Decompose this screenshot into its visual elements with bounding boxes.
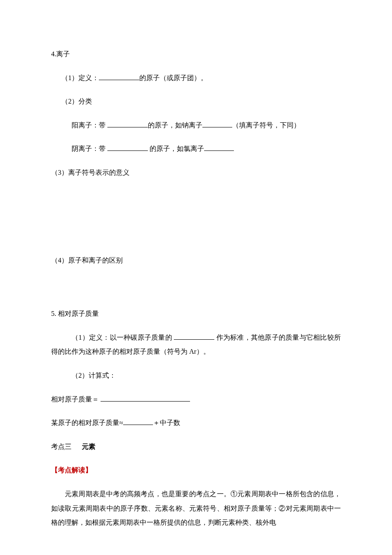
text: 相对原子质量＝ [51,396,101,403]
topic-main: 元素 [82,443,95,450]
s5-formula-line: 相对原子质量＝ [51,392,341,407]
section-5-title: 5. 相对原子质量 [51,306,341,321]
s4-classification-label: （2）分类 [51,94,341,109]
answer-blank-area [51,189,341,253]
s5-formula-label: （2）计算式： [51,368,341,383]
blank-fill[interactable] [101,394,190,402]
s4-definition-line: （1）定义：的原子（或原子团）。 [51,71,341,85]
text: （1）定义： [61,74,99,81]
text: （1）定义：以一种碳原子质量的 [72,334,174,341]
blank-fill[interactable] [174,332,214,340]
text: 某原子的相对原子质量≈ [51,419,123,426]
blank-fill[interactable] [123,418,153,425]
topic-3-heading: 考点三元素 [51,439,341,454]
text: ＋中子数 [153,419,180,426]
s4-symbol-meaning: （3）离子符号表示的意义 [51,165,341,180]
text: （填离子符号，下同） [232,121,300,129]
s5-definition-line: （1）定义：以一种碳原子质量的 作为标准，其他原子的质量与它相比较所得的比作为这… [51,330,341,359]
blank-fill[interactable] [107,120,148,127]
reading-body: 元素周期表是中考的高频考点，也是重要的考点之一。①元素周期表中一格所包含的信息，… [51,487,341,530]
answer-blank-area [51,277,341,306]
topic-prefix: 考点三 [51,443,72,450]
s5-approx-line: 某原子的相对原子质量≈＋中子数 [51,416,341,430]
blank-fill[interactable] [202,120,232,127]
text: 阳离子：带 [72,121,107,129]
text: 的原子，如钠离子 [148,121,202,129]
s4-anion-line: 阴离子：带 的原子，如氯离子 [51,142,341,156]
section-4-title: 4.离子 [51,47,341,61]
reading-title: 【考点解读】 [51,463,341,477]
blank-fill[interactable] [107,144,148,151]
text: 阴离子：带 [72,145,107,152]
text: 的原子，如氯离子 [148,145,204,152]
text: 的原子（或原子团）。 [139,74,208,81]
s4-atom-ion-diff: （4）原子和离子的区别 [51,253,341,268]
blank-fill[interactable] [99,73,139,80]
blank-fill[interactable] [204,144,234,151]
s4-cation-line: 阳离子：带 的原子，如钠离子（填离子符号，下同） [51,118,341,133]
